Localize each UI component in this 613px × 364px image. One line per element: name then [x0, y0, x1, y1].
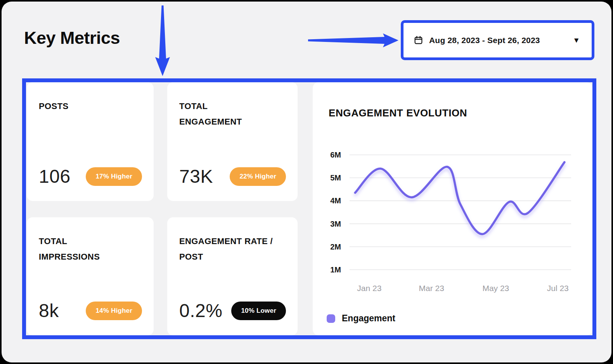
svg-text:Jul 23: Jul 23	[547, 284, 569, 293]
metric-badge: 14% Higher	[86, 302, 142, 320]
metric-badge: 22% Higher	[230, 167, 286, 186]
metric-value: 106	[39, 166, 71, 187]
svg-text:1M: 1M	[330, 265, 341, 274]
page-frame: Key Metrics Aug 28, 2023 - Sept 26, 2023…	[2, 2, 611, 362]
metric-value: 8k	[39, 300, 59, 321]
date-picker-button[interactable]: Aug 28, 2023 - Sept 26, 2023 ▼	[401, 20, 594, 60]
metric-card-engagement-rate: ENGAGEMENT RATE / POST 0.2% 10% Lower	[167, 217, 298, 335]
chart-legend: Engagement	[327, 313, 395, 324]
metric-value: 0.2%	[179, 300, 222, 321]
caret-down-icon: ▼	[573, 36, 580, 44]
legend-label: Engagement	[342, 313, 395, 324]
svg-text:4M: 4M	[330, 196, 341, 205]
metric-label: TOTAL IMPRESSIONS	[39, 234, 142, 265]
svg-text:Jan 23: Jan 23	[357, 284, 381, 293]
svg-text:5M: 5M	[330, 173, 341, 182]
svg-text:3M: 3M	[330, 220, 341, 228]
metrics-panel: POSTS 106 17% Higher TOTAL ENGAGEMENT 73…	[22, 78, 596, 339]
metric-label: ENGAGEMENT RATE / POST	[179, 234, 286, 265]
svg-text:Mar 23: Mar 23	[419, 284, 444, 293]
engagement-chart-svg: 6M5M4M3M2M1MJan 23Mar 23May 23Jul 23	[313, 82, 592, 335]
metric-badge: 10% Lower	[231, 302, 286, 320]
right-arrow-annotation	[307, 31, 400, 50]
legend-swatch	[327, 314, 335, 323]
metric-card-posts: POSTS 106 17% Higher	[27, 82, 154, 201]
metric-label: TOTAL ENGAGEMENT	[179, 99, 286, 130]
page-title: Key Metrics	[24, 28, 120, 48]
svg-text:2M: 2M	[330, 243, 341, 251]
down-arrow-annotation	[154, 5, 171, 77]
chart-card: ENGAGEMENT EVOLUTION 6M5M4M3M2M1MJan 23M…	[313, 82, 592, 335]
metric-badge: 17% Higher	[86, 167, 142, 186]
date-range-value: Aug 28, 2023 - Sept 26, 2023	[429, 36, 540, 45]
metric-value: 73K	[179, 166, 213, 187]
metric-card-total-impressions: TOTAL IMPRESSIONS 8k 14% Higher	[27, 217, 154, 335]
svg-text:May 23: May 23	[482, 284, 509, 293]
calendar-icon	[414, 35, 423, 45]
metric-card-total-engagement: TOTAL ENGAGEMENT 73K 22% Higher	[167, 82, 298, 201]
svg-text:6M: 6M	[330, 151, 341, 159]
metric-label: POSTS	[39, 99, 142, 114]
